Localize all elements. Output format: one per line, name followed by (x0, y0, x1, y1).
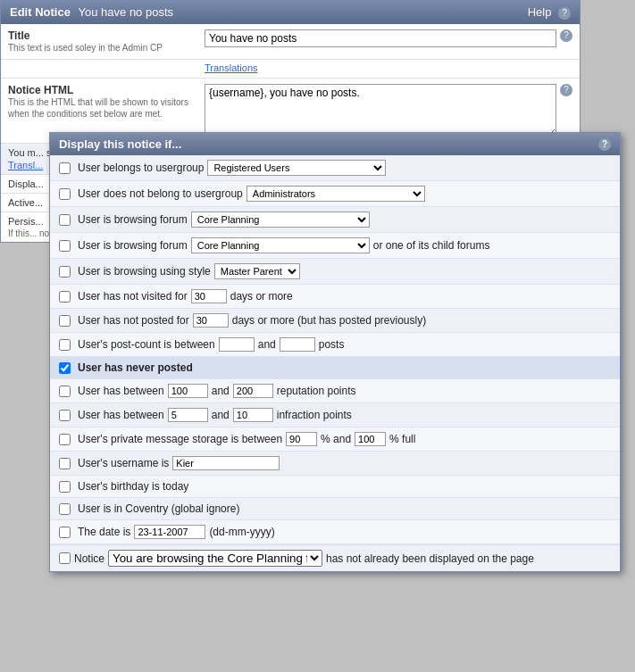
condition-browsing-style: User is browsing using style Master Pare… (50, 259, 620, 285)
label-notice-post: has not already been displayed on the pa… (326, 552, 534, 565)
edit-notice-title: Edit Notice You have no posts (10, 5, 173, 19)
input-username[interactable] (172, 456, 280, 470)
select-browsing-forum-child[interactable]: Core Planning General Discussion Announc… (191, 237, 370, 253)
checkbox-browsing-forum[interactable] (59, 214, 71, 226)
checkbox-never-posted[interactable] (59, 362, 71, 374)
label-not-visited-pre: User has not visited for (78, 290, 188, 303)
condition-notice-not-displayed: Notice You are browsing the Core Plannin… (50, 544, 620, 571)
label-infraction-pre: User has between (78, 409, 164, 421)
label-infraction-and: and (212, 409, 230, 421)
partial-translations-link[interactable]: Transl... (8, 160, 43, 170)
condition-coventry: User is in Coventry (global ignore) (50, 498, 620, 520)
checkbox-rep-between[interactable] (59, 386, 71, 397)
checkbox-browsing-forum-child[interactable] (59, 240, 71, 252)
label-not-visited-post: days or more (230, 290, 293, 303)
help-icon: ? (558, 7, 571, 20)
condition-not-posted: User has not posted for days or more (bu… (50, 309, 620, 333)
label-browsing-forum: User is browsing forum (78, 213, 188, 226)
checkbox-coventry[interactable] (59, 503, 71, 515)
checkbox-browsing-style[interactable] (59, 266, 71, 278)
translations-row: Translations (1, 60, 580, 79)
checkbox-username[interactable] (59, 458, 71, 469)
label-post-count-pre: User's post-count is between (78, 338, 215, 351)
condition-date: The date is (dd-mm-yyyy) (50, 520, 620, 544)
checkbox-notice-not-displayed[interactable] (59, 552, 71, 564)
label-coventry: User is in Coventry (global ignore) (78, 502, 239, 515)
input-infraction-max[interactable] (233, 408, 273, 422)
edit-notice-header: Edit Notice You have no posts Help ? (1, 1, 580, 24)
label-infraction-post: infraction points (277, 409, 352, 421)
label-notice-pre: Notice (74, 552, 104, 565)
label-browsing-style: User is browsing using style (78, 265, 211, 278)
label-pm-post: % full (389, 433, 415, 445)
label-belongs-usergroup: User belongs to usergroup (78, 162, 204, 174)
input-not-posted[interactable] (193, 313, 229, 328)
condition-birthday: User's birthday is today (50, 476, 620, 498)
input-date[interactable] (134, 525, 205, 539)
checkbox-post-count[interactable] (59, 339, 71, 351)
label-not-belongs-usergroup: User does not belong to usergroup (78, 187, 243, 200)
select-belongs-usergroup[interactable]: Registered Users Administrators Moderato… (207, 160, 386, 176)
label-rep-post: reputation points (277, 385, 356, 397)
title-input[interactable] (205, 29, 556, 47)
checkbox-not-posted[interactable] (59, 315, 71, 327)
input-pm-min[interactable] (286, 432, 317, 446)
select-notice-not-displayed[interactable]: You are browsing the Core Planning forum… (108, 550, 322, 567)
title-control-area: ? (205, 29, 572, 47)
label-date-pre: The date is (78, 526, 130, 538)
condition-post-count: User's post-count is between and posts (50, 333, 620, 357)
checkbox-infraction-between[interactable] (59, 410, 71, 421)
modal-header: Display this notice if... ? (50, 133, 620, 155)
condition-browsing-forum: User is browsing forum Core Planning Gen… (50, 207, 620, 233)
label-not-posted-pre: User has not posted for (78, 314, 189, 327)
modal-title: Display this notice if... (59, 137, 181, 151)
input-infraction-min[interactable] (168, 408, 208, 422)
header-help[interactable]: Help ? (528, 5, 571, 20)
input-pm-max[interactable] (355, 432, 386, 446)
checkbox-belongs-usergroup[interactable] (59, 162, 71, 174)
select-not-belongs-usergroup[interactable]: Registered Users Administrators Moderato… (246, 186, 425, 202)
translations-link[interactable]: Translations (205, 62, 258, 73)
checkbox-date[interactable] (59, 527, 71, 538)
notice-html-description: This is the HTML that will be shown to v… (8, 97, 188, 119)
label-date-post: (dd-mm-yyyy) (209, 526, 274, 538)
label-post-count-post: posts (319, 338, 345, 351)
checkbox-not-visited[interactable] (59, 291, 71, 303)
condition-pm-storage: User's private message storage is betwee… (50, 427, 620, 452)
checkbox-not-belongs-usergroup[interactable] (59, 188, 71, 200)
label-username-pre: User's username is (78, 457, 169, 469)
modal-help-icon[interactable]: ? (598, 138, 611, 151)
label-browsing-forum-child-pre: User is browsing forum (78, 239, 188, 252)
checkbox-birthday[interactable] (59, 481, 71, 493)
condition-never-posted: User has never posted (50, 357, 620, 379)
condition-infraction-between: User has between and infraction points (50, 403, 620, 427)
input-post-count-max[interactable] (280, 337, 315, 352)
input-not-visited[interactable] (191, 289, 227, 303)
checkbox-pm-storage[interactable] (59, 434, 71, 445)
select-browsing-style[interactable]: Master Parent Default Mobile (214, 263, 300, 279)
notice-html-help-icon[interactable]: ? (560, 84, 572, 96)
input-rep-max[interactable] (233, 384, 273, 398)
label-pm-pct-and: % and (321, 433, 351, 445)
select-browsing-forum[interactable]: Core Planning General Discussion Announc… (191, 212, 370, 228)
title-description: This text is used soley in the Admin CP (8, 43, 163, 53)
title-help-icon[interactable]: ? (560, 29, 572, 42)
input-rep-min[interactable] (168, 384, 208, 398)
title-row: Title This text is used soley in the Adm… (1, 24, 580, 60)
condition-not-belongs-usergroup: User does not belong to usergroup Regist… (50, 181, 620, 207)
notice-html-label-area: Notice HTML This is the HTML that will b… (8, 84, 205, 120)
input-post-count-min[interactable] (219, 337, 255, 352)
modal-body: User belongs to usergroup Registered Use… (50, 155, 620, 571)
label-browsing-forum-child-post: or one of its child forums (373, 239, 490, 252)
condition-browsing-forum-child: User is browsing forum Core Planning Gen… (50, 233, 620, 259)
label-never-posted: User has never posted (78, 361, 193, 374)
condition-username: User's username is (50, 452, 620, 476)
display-notice-modal: Display this notice if... ? User belongs… (49, 132, 621, 572)
label-birthday: User's birthday is today (78, 480, 188, 493)
notice-html-control-area: {username}, you have no posts. ? (205, 84, 572, 137)
label-not-posted-post: days or more (but has posted previously) (232, 314, 426, 327)
label-rep-pre: User has between (78, 385, 164, 397)
notice-html-label: Notice HTML (8, 84, 205, 96)
label-rep-and: and (212, 385, 230, 397)
notice-html-textarea[interactable]: {username}, you have no posts. (205, 84, 556, 137)
